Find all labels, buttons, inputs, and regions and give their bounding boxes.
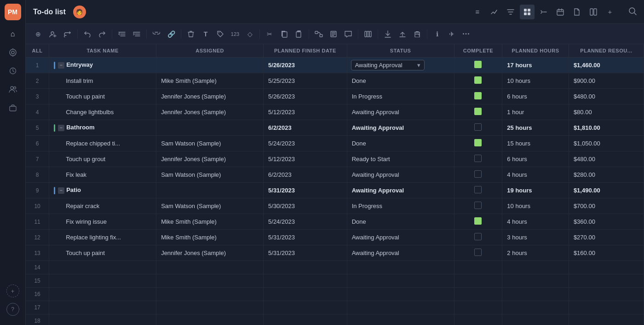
sidebar-add-button[interactable]: + [6,284,19,297]
status-cell[interactable]: Awaiting Approval [347,120,454,136]
sidebar-item-notifications[interactable] [5,44,21,61]
complete-checkbox[interactable] [474,108,482,115]
replace-button[interactable] [61,27,75,41]
task-name-cell[interactable]: Fix leak [49,167,156,183]
task-name-cell[interactable] [49,314,156,325]
task-name-cell[interactable]: Replace lighting fix... [49,230,156,245]
cut-button[interactable]: ✂ [263,27,276,41]
status-cell[interactable]: Awaiting Approval [347,245,454,261]
complete-cell[interactable] [454,104,502,120]
complete-cell[interactable] [454,214,502,230]
paste-button[interactable] [292,27,306,41]
task-name-cell[interactable]: −Bathroom [49,120,156,136]
status-cell[interactable]: Awaiting Approval ▾ [347,58,454,73]
complete-cell[interactable] [454,245,502,261]
task-name-cell[interactable]: Install trim [49,73,156,89]
status-cell[interactable]: Awaiting Approval [347,167,454,183]
col-header-date[interactable]: PLANNED FINISH DATE [264,44,347,58]
indent-button[interactable] [130,27,144,41]
add-row-button[interactable]: ⊕ [31,27,45,41]
task-name-cell[interactable] [49,288,156,301]
task-name-cell[interactable] [49,261,156,274]
complete-checkbox[interactable] [474,61,482,68]
status-cell[interactable]: Awaiting Approval [347,230,454,245]
upload-button[interactable] [396,27,409,41]
complete-checkbox[interactable] [474,139,482,146]
sidebar-item-briefcase[interactable] [5,99,21,116]
task-name-cell[interactable]: Replace chipped ti... [49,136,156,151]
complete-checkbox[interactable] [474,92,482,99]
status-dropdown[interactable]: Awaiting Approval ▾ [351,60,425,70]
tab-list-view[interactable]: ≡ [470,5,485,19]
columns-button[interactable] [361,27,375,41]
tab-grid-view[interactable] [520,5,535,19]
dependency-button[interactable] [312,27,326,41]
complete-checkbox[interactable] [474,249,482,256]
notes-button[interactable] [327,27,340,41]
task-name-cell[interactable]: Repair crack [49,198,156,214]
collapse-icon[interactable]: − [58,125,64,131]
more-options-button[interactable]: ••• [460,27,473,41]
task-name-cell[interactable]: Touch up grout [49,151,156,167]
complete-checkbox[interactable] [474,155,482,162]
complete-checkbox[interactable] [474,202,482,209]
tab-add-view[interactable]: + [603,5,617,19]
tab-calendar-view[interactable] [553,5,568,19]
complete-cell[interactable] [454,120,502,136]
tab-filter-view[interactable] [503,5,518,19]
complete-cell[interactable] [454,58,502,73]
col-header-task-name[interactable]: TASK NAME [49,44,156,58]
complete-checkbox[interactable] [474,170,482,178]
complete-cell[interactable] [454,183,502,198]
task-name-cell[interactable]: Fix wiring issue [49,214,156,230]
number-button[interactable]: 123 [228,27,242,41]
complete-cell[interactable] [454,151,502,167]
sidebar-item-help[interactable]: ? [6,303,19,316]
status-cell[interactable]: Awaiting Approval [347,183,454,198]
status-cell[interactable]: Ready to Start [347,151,454,167]
tab-split-view[interactable] [586,5,601,19]
share-button[interactable]: ✈ [445,27,459,41]
delete-button[interactable] [184,27,198,41]
complete-cell[interactable] [454,73,502,89]
task-name-cell[interactable]: Change lightbulbs [49,104,156,120]
complete-checkbox[interactable] [474,76,482,84]
status-cell[interactable]: In Progress [347,198,454,214]
status-cell[interactable]: Done [347,73,454,89]
col-header-resources[interactable]: PLANNED RESOU... [569,44,644,58]
status-cell[interactable]: Done [347,214,454,230]
sidebar-item-history[interactable] [5,63,21,79]
diamond-button[interactable]: ◇ [243,27,257,41]
sidebar-item-people[interactable] [5,81,21,98]
col-header-status[interactable]: STATUS [347,44,454,58]
complete-checkbox[interactable] [474,217,482,225]
text-format-button[interactable]: T [199,27,213,41]
complete-cell[interactable] [454,198,502,214]
complete-checkbox[interactable] [474,186,482,193]
redo-button[interactable] [95,27,109,41]
print-button[interactable] [410,27,424,41]
info-button[interactable]: ℹ [430,27,444,41]
add-person-button[interactable] [46,27,60,41]
col-header-hours[interactable]: PLANNED HOURS [502,44,569,58]
status-cell[interactable]: Awaiting Approval [347,104,454,120]
task-name-cell[interactable] [49,274,156,288]
task-name-cell[interactable]: −Patio [49,183,156,198]
tag-button[interactable] [213,27,227,41]
complete-cell[interactable] [454,89,502,104]
col-header-assigned[interactable]: ASSIGNED [156,44,264,58]
undo-button[interactable] [80,27,94,41]
task-name-cell[interactable]: −Entryway [49,58,156,73]
task-name-cell[interactable]: Touch up paint [49,245,156,261]
collapse-icon[interactable]: − [58,62,64,69]
app-logo[interactable]: PM [5,4,21,20]
status-cell[interactable]: Done [347,136,454,151]
col-header-all[interactable]: ALL [26,44,49,58]
complete-cell[interactable] [454,230,502,245]
collapse-icon[interactable]: − [58,187,64,194]
task-name-cell[interactable] [49,301,156,314]
link-button[interactable] [150,27,163,41]
comment-button[interactable] [341,27,355,41]
task-name-cell[interactable]: Touch up paint [49,89,156,104]
complete-cell[interactable] [454,167,502,183]
